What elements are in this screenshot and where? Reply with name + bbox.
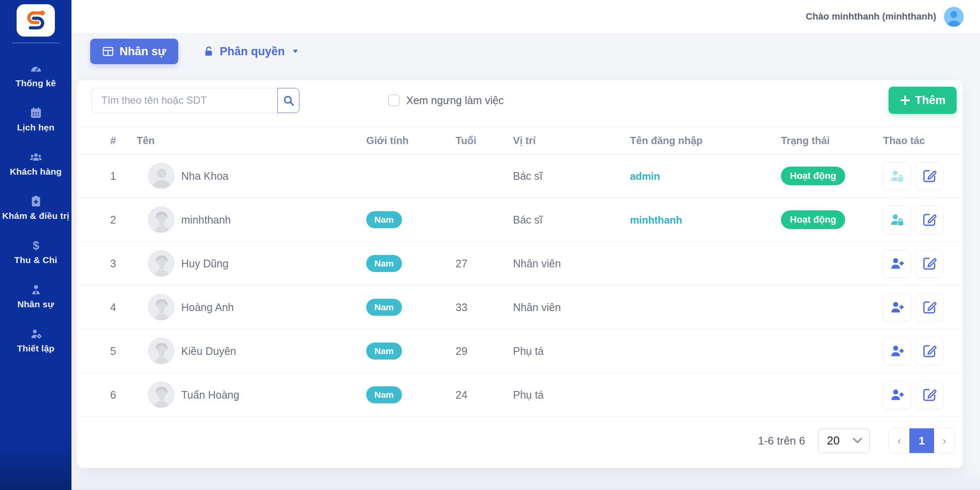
avatar-person-icon xyxy=(944,7,964,27)
user-lock-button[interactable] xyxy=(883,206,911,234)
avatar xyxy=(148,338,174,364)
sidebar-item-thiet-lap[interactable]: Thiết lập xyxy=(0,327,71,354)
add-user-account-button[interactable] xyxy=(883,249,911,278)
sidebar-nav: Thống kê Lịch hẹn Khách hàng Khám & điều… xyxy=(0,62,71,354)
sidebar-item-label: Khám & điều trị xyxy=(2,211,69,221)
avatar xyxy=(148,163,174,189)
status-badge: Hoạt động xyxy=(781,167,845,185)
prev-page-button[interactable]: ‹ xyxy=(889,428,909,453)
sidebar: Thống kê Lịch hẹn Khách hàng Khám & điều… xyxy=(0,0,71,490)
table-row: 2 minhthanh Nam Bác sĩ minhthanh Hoạt độ… xyxy=(77,198,963,242)
position-value: Nhân viên xyxy=(490,301,630,314)
edit-button[interactable] xyxy=(915,337,943,365)
search-input[interactable] xyxy=(91,88,277,113)
app-logo[interactable] xyxy=(17,4,55,37)
card-toolbar: Xem ngưng làm việc Thêm xyxy=(77,80,963,114)
gender-badge: Nam xyxy=(366,343,402,360)
staff-name: Tuấn Hoàng xyxy=(181,389,239,401)
users-icon xyxy=(29,150,43,164)
avatar xyxy=(148,294,174,320)
next-page-button[interactable]: › xyxy=(934,428,954,453)
topbar: Chào minhthanh (minhthanh) xyxy=(71,0,980,33)
user-lock-button[interactable] xyxy=(883,162,911,190)
staff-name: Hoàng Anh xyxy=(181,301,234,314)
edit-button[interactable] xyxy=(915,249,943,278)
sidebar-item-lich-hen[interactable]: Lịch hẹn xyxy=(0,106,71,133)
edit-button[interactable] xyxy=(915,206,943,234)
user-gear-icon xyxy=(29,327,43,340)
plus-icon xyxy=(900,95,911,106)
inactive-filter-checkbox[interactable] xyxy=(388,94,400,106)
column-header: Vị trí xyxy=(490,135,630,147)
avatar-male-icon xyxy=(148,295,174,320)
row-index: 5 xyxy=(90,345,137,357)
avatar-male-icon xyxy=(148,338,174,364)
edit-button[interactable] xyxy=(915,381,943,409)
search-group xyxy=(91,88,299,113)
row-index: 6 xyxy=(90,389,137,401)
brand-s-logo-icon xyxy=(23,8,48,33)
pagination: 1-6 trên 6 20 ‹ 1 › xyxy=(77,417,963,453)
staff-card: Xem ngưng làm việc Thêm # Tên Giới tính … xyxy=(77,80,963,468)
row-index: 2 xyxy=(90,214,137,226)
user-tie-icon xyxy=(29,283,43,296)
add-user-account-button[interactable] xyxy=(883,337,911,365)
sidebar-item-kham-dieu-tri[interactable]: Khám & điều trị xyxy=(0,195,71,221)
user-plus-icon xyxy=(889,256,905,271)
tab-phan-quyen[interactable]: Phân quyền xyxy=(203,45,299,58)
avatar-male-icon xyxy=(148,382,174,408)
edit-icon xyxy=(922,168,937,184)
tab-nhan-su[interactable]: Nhân sự xyxy=(90,39,178,64)
row-index: 3 xyxy=(90,258,137,270)
page-size-select[interactable]: 20 xyxy=(818,428,870,453)
pagination-range: 1-6 trên 6 xyxy=(758,434,805,448)
clipboard-plus-icon xyxy=(29,195,43,208)
column-header: Thao tác xyxy=(883,135,950,147)
search-icon xyxy=(282,94,295,107)
staff-name: Kiều Duyên xyxy=(181,345,236,357)
dollar-icon xyxy=(29,239,43,252)
column-header: # xyxy=(90,135,137,147)
staff-table: # Tên Giới tính Tuổi Vị trí Tên đăng nhậ… xyxy=(77,127,963,417)
avatar-male-icon xyxy=(148,251,174,277)
gender-badge: Nam xyxy=(366,386,402,403)
sidebar-item-label: Thống kê xyxy=(16,78,56,88)
age-value: 24 xyxy=(451,389,490,401)
sidebar-item-thong-ke[interactable]: Thống kê xyxy=(0,62,71,88)
search-button[interactable] xyxy=(277,88,299,113)
inactive-filter-label: Xem ngưng làm việc xyxy=(406,94,504,107)
username-value: minhthanh xyxy=(630,214,682,226)
table-row: 3 Huy Dũng Nam 27 Nhân viên xyxy=(77,242,963,286)
sidebar-item-thu-chi[interactable]: Thu & Chi xyxy=(0,239,71,265)
add-user-account-button[interactable] xyxy=(883,293,911,321)
page-size-value: 20 xyxy=(827,434,840,448)
column-header: Tên đăng nhập xyxy=(630,135,781,147)
gauge-icon xyxy=(29,62,43,75)
gender-badge: Nam xyxy=(366,255,402,272)
edit-button[interactable] xyxy=(915,162,943,190)
gender-badge: Nam xyxy=(366,211,402,228)
user-plus-icon xyxy=(889,300,905,315)
table-row: 6 Tuấn Hoàng Nam 24 Phụ tá xyxy=(77,373,963,417)
status-badge: Hoạt động xyxy=(781,210,845,229)
avatar-default-icon xyxy=(148,163,174,189)
age-value: 27 xyxy=(451,258,490,270)
position-value: Nhân viên xyxy=(490,258,630,270)
calendar-icon xyxy=(29,106,43,119)
table-row: 4 Hoàng Anh Nam 33 Nhân viên xyxy=(77,286,963,329)
add-button-label: Thêm xyxy=(915,94,946,107)
sidebar-item-label: Khách hàng xyxy=(10,167,62,177)
chevron-down-icon xyxy=(292,49,299,54)
edit-button[interactable] xyxy=(915,293,943,321)
page-number-button[interactable]: 1 xyxy=(909,428,934,453)
sidebar-divider xyxy=(12,42,60,43)
user-menu-avatar[interactable] xyxy=(944,7,964,27)
add-user-account-button[interactable] xyxy=(883,381,911,409)
sidebar-item-khach-hang[interactable]: Khách hàng xyxy=(0,150,71,177)
table-header-row: # Tên Giới tính Tuổi Vị trí Tên đăng nhậ… xyxy=(77,127,963,154)
grid-icon xyxy=(102,45,114,57)
sidebar-item-nhan-su[interactable]: Nhân sự xyxy=(0,283,71,309)
pager: ‹ 1 › xyxy=(889,428,955,453)
add-staff-button[interactable]: Thêm xyxy=(889,87,957,114)
sidebar-item-label: Lịch hẹn xyxy=(17,122,54,133)
